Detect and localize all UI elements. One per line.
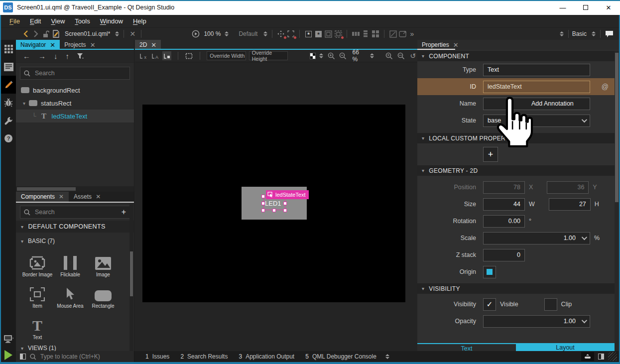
tab-properties[interactable]: Properties✕ [417, 40, 463, 50]
tab-navigator[interactable]: Navigator✕ [16, 40, 60, 50]
no-snapping-icon[interactable]: x [139, 51, 148, 60]
zoom-all-icon[interactable] [397, 51, 406, 60]
close-icon[interactable]: ✕ [96, 193, 101, 200]
nav-down-icon[interactable]: ↓ [54, 52, 58, 60]
reset-view-icon[interactable]: ↺ [408, 51, 417, 60]
run-zoom-spinner[interactable] [224, 31, 230, 36]
component-border-image[interactable]: Border Image [21, 248, 54, 277]
override-width-field[interactable]: Override Width [207, 51, 246, 60]
group-basic[interactable]: ▾ BASIC (7) [16, 236, 134, 246]
tab-components[interactable]: Components✕ [16, 192, 69, 202]
style-spinner[interactable] [591, 31, 597, 36]
close-icon[interactable]: ✕ [453, 41, 459, 49]
export-icon[interactable] [398, 29, 408, 38]
tree-item-backgroundRect[interactable]: backgroundRect [16, 84, 134, 97]
selection-handle[interactable] [283, 209, 287, 212]
paste-style-icon[interactable]: ★ [313, 29, 323, 38]
section-visibility[interactable]: ▾ VISIBILITY [417, 283, 615, 294]
style-spinner-left[interactable] [559, 31, 565, 36]
filter-icon[interactable] [77, 53, 84, 59]
zoom-out-icon[interactable] [339, 51, 348, 60]
group-views[interactable]: ▾ VIEWS (1) [16, 343, 134, 351]
add-annotation-button[interactable]: Add Annotation [531, 100, 574, 107]
sidebar-item-edit[interactable] [1, 58, 16, 76]
sidebar-item-help[interactable]: ? [1, 129, 16, 147]
export-alias-icon[interactable]: @ [602, 83, 609, 91]
tab-assets[interactable]: Assets✕ [69, 192, 106, 202]
grid-layout-icon[interactable] [371, 29, 380, 38]
close-icon[interactable]: ✕ [59, 193, 64, 200]
edit-document-icon[interactable] [51, 29, 61, 38]
output-pane-qml-debugger[interactable]: 5 QML Debugger Console [305, 353, 376, 360]
zoom-selection-icon[interactable] [385, 51, 394, 60]
menu-view[interactable]: View [46, 16, 69, 26]
menu-tools[interactable]: Tools [70, 16, 94, 26]
tab-2d[interactable]: 2D✕ [135, 40, 161, 50]
move-tool-icon[interactable] [276, 29, 286, 38]
section-geometry-2d[interactable]: ▾ GEOMETRY - 2D [417, 165, 615, 176]
expander-icon[interactable]: ▾ [23, 101, 25, 106]
name-field[interactable]: Add Annotation [483, 98, 590, 110]
show-bounds-icon[interactable] [185, 51, 194, 60]
menu-window[interactable]: Window [96, 16, 127, 26]
kit-spinner[interactable] [262, 31, 268, 36]
add-module-button[interactable]: + [122, 208, 126, 217]
tab-text-properties[interactable]: Text [417, 343, 516, 351]
canvas-backgroundRect[interactable]: LED1 ledStateText [142, 105, 405, 302]
zstack-field[interactable]: 0 [483, 249, 525, 261]
menu-edit[interactable]: Edit [25, 16, 45, 26]
navigator-hscrollbar[interactable] [16, 186, 134, 192]
canvas-statusRect[interactable]: LED1 ledStateText [242, 187, 307, 220]
output-pane-application-output[interactable]: 3 Application Output [239, 353, 294, 360]
nav-left-icon[interactable]: ← [23, 52, 30, 60]
visible-checkbox[interactable]: ✓ [483, 298, 496, 311]
section-component[interactable]: ▾ COMPONENT [417, 51, 615, 61]
section-local-custom-properties[interactable]: ▾ LOCAL CUSTOM PROPERTIES [417, 133, 615, 143]
component-text[interactable]: T Text [21, 311, 54, 340]
origin-button[interactable] [483, 266, 496, 278]
component-item[interactable]: Item [21, 280, 54, 309]
back-button[interactable] [21, 29, 31, 38]
component-image[interactable]: Image [87, 248, 120, 277]
close-icon[interactable]: ✕ [50, 41, 55, 49]
selection-handle[interactable] [272, 209, 276, 212]
selection-handle[interactable] [261, 202, 265, 205]
sidebar-item-welcome[interactable] [1, 40, 16, 58]
rows-layout-icon[interactable] [361, 29, 371, 38]
type-field[interactable]: Text [483, 64, 590, 76]
clip-checkbox[interactable] [544, 298, 557, 311]
minimize-button[interactable]: — [551, 0, 574, 15]
toggle-left-sidebar-icon[interactable] [20, 354, 26, 360]
sidebar-item-design[interactable] [1, 76, 16, 94]
state-dropdown[interactable]: base [483, 115, 590, 127]
position-y-field[interactable]: 36 [547, 181, 589, 194]
toolbar-overflow-button[interactable]: » [410, 30, 414, 38]
size-h-field[interactable]: 27 [549, 198, 591, 211]
menu-help[interactable]: Help [128, 16, 151, 26]
toggle-progress-details-icon[interactable] [581, 352, 594, 361]
size-w-field[interactable]: 44 [483, 198, 525, 211]
background-color-swatch[interactable] [310, 53, 316, 59]
output-pane-search-results[interactable]: 2 Search Results [180, 353, 228, 360]
tree-item-ledStateText[interactable]: └ T ledStateText [16, 110, 134, 122]
unlock-icon[interactable] [41, 29, 51, 38]
forward-button[interactable] [31, 29, 41, 38]
tree-item-statusRect[interactable]: ▾ statusRect [16, 97, 134, 110]
sidebar-item-debug[interactable] [1, 94, 16, 112]
run-project-button[interactable] [4, 350, 12, 360]
id-field[interactable]: ledStateText [483, 81, 590, 93]
document-spinner[interactable] [114, 31, 120, 36]
snapping-icon[interactable] [162, 51, 171, 60]
opacity-dropdown[interactable]: 1.00 [483, 315, 590, 328]
close-icon[interactable]: ✕ [90, 41, 96, 49]
properties-vscrollbar[interactable] [615, 51, 619, 351]
add-property-button[interactable]: + [483, 147, 498, 162]
components-vscrollbar[interactable] [129, 204, 133, 351]
section-default-components[interactable]: ▾ DEFAULT COMPONENTS [16, 221, 134, 233]
rotation-field[interactable]: 0.00 [483, 215, 525, 228]
close-button[interactable]: ✕ [597, 0, 620, 15]
kit-selector[interactable]: Default [239, 30, 257, 37]
canvas-area[interactable]: LED1 ledStateText [135, 62, 417, 351]
output-pane-issues[interactable]: 1 Issues [145, 353, 169, 360]
selection-handle[interactable] [261, 209, 265, 212]
